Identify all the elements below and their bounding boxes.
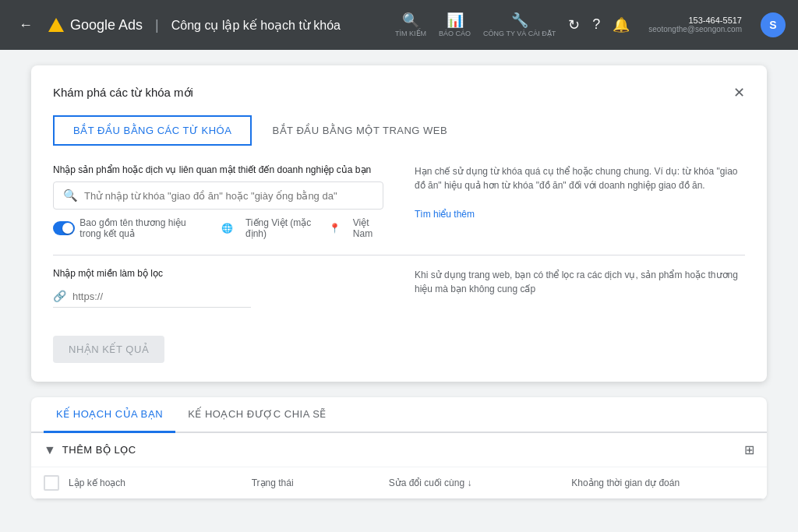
search-icon-group[interactable]: 🔍 TÌM KIẾM xyxy=(395,12,426,38)
table-header-row: Lập kế hoạch Trạng thái Sửa đổi cuối cùn… xyxy=(31,467,767,499)
col-header-plan: Lập kế hoạch xyxy=(69,477,252,488)
select-all-checkbox[interactable] xyxy=(44,475,59,491)
reports-icon-label: BÁO CÁO xyxy=(439,30,471,38)
keyword-search-icon: 🔍 xyxy=(63,188,78,203)
plans-table-section: KẾ HOẠCH CỦA BẠN KẾ HOẠCH ĐƯỢC CHIA SẼ ▼… xyxy=(31,397,767,499)
close-button[interactable]: ✕ xyxy=(733,84,745,101)
modal-header: Khám phá các từ khóa mới ✕ xyxy=(53,84,745,101)
form-divider xyxy=(53,255,745,255)
brand-name: Google Ads xyxy=(70,17,143,33)
reports-icon: 📊 xyxy=(447,12,464,29)
form-options: Bao gồm tên thương hiệu trong kết quả 🌐 … xyxy=(53,217,383,239)
language-label[interactable]: Tiếng Việt (mặc định) xyxy=(245,217,316,239)
help-icon[interactable]: ? xyxy=(592,16,600,33)
tools-icon: 🔧 xyxy=(511,12,528,29)
tab-website[interactable]: BẮT ĐẦU BẰNG MỘT TRANG WEB xyxy=(252,115,468,146)
keyword-planner-modal: Khám phá các từ khóa mới ✕ BẮT ĐẦU BẰNG … xyxy=(31,65,767,382)
form-right-hint: Hạn chế sử dụng từ khóa quá cụ thể hoặc … xyxy=(415,164,745,239)
table-toolbar: ▼ THÊM BỘ LỌC ⊞ xyxy=(31,433,767,467)
keyword-input-wrapper[interactable]: 🔍 xyxy=(53,181,383,210)
brand-toggle[interactable] xyxy=(53,221,75,235)
header-divider: | xyxy=(155,17,159,33)
account-info: 153-464-5517 seotongthe@seongon.com xyxy=(648,16,742,33)
tools-icon-label: CÔNG TY VÀ CÀI ĐẶT xyxy=(483,30,556,38)
language-icon: 🌐 xyxy=(221,223,233,234)
location-label[interactable]: Việt Nam xyxy=(353,217,383,239)
hint-text: Hạn chế sử dụng từ khóa quá cụ thể hoặc … xyxy=(415,164,745,192)
main-content: Khám phá các từ khóa mới ✕ BẮT ĐẦU BẰNG … xyxy=(0,50,798,515)
back-button[interactable]: ← xyxy=(12,14,39,37)
input-label: Nhập sản phẩm hoặc dịch vụ liên quan mật… xyxy=(53,164,383,175)
header-icons: 🔍 TÌM KIẾM 📊 BÁO CÁO 🔧 CÔNG TY VÀ CÀI ĐẶ… xyxy=(395,12,786,38)
domain-section: Nhập một miền làm bộ lọc 🔗 Khi sử dụng t… xyxy=(53,268,745,308)
domain-hint-text: Khi sử dụng trang web, bạn có thể lọc ra… xyxy=(415,268,745,296)
tab-my-plans[interactable]: KẾ HOẠCH CỦA BẠN xyxy=(44,397,175,433)
brand-toggle-wrapper[interactable]: Bao gồm tên thương hiệu trong kết quả xyxy=(53,217,209,239)
col-header-time: Khoảng thời gian dự đoán xyxy=(571,477,754,488)
search-icon: 🔍 xyxy=(402,12,419,29)
table-tabs: KẾ HOẠCH CỦA BẠN KẾ HOẠCH ĐƯỢC CHIA SẼ xyxy=(31,397,767,433)
domain-link-icon: 🔗 xyxy=(53,290,66,302)
domain-label: Nhập một miền làm bộ lọc xyxy=(53,268,383,279)
learn-more-link[interactable]: Tìm hiểu thêm xyxy=(415,209,475,220)
account-phone: 153-464-5517 xyxy=(688,16,742,25)
filter-label[interactable]: THÊM BỘ LỌC xyxy=(62,444,136,456)
tools-icon-group[interactable]: 🔧 CÔNG TY VÀ CÀI ĐẶT xyxy=(483,12,556,38)
search-icon-label: TÌM KIẾM xyxy=(395,30,426,38)
toggle-knob xyxy=(62,223,73,234)
col-header-status: Trạng thái xyxy=(252,477,389,488)
reports-icon-group[interactable]: 📊 BÁO CÁO xyxy=(439,12,471,38)
location-icon: 📍 xyxy=(329,223,341,234)
form-top-section: Nhập sản phẩm hoặc dịch vụ liên quan mật… xyxy=(53,164,745,239)
account-email: seotongthe@seongon.com xyxy=(648,25,742,33)
avatar[interactable]: S xyxy=(761,12,786,37)
page-title: Công cụ lập kế hoạch từ khóa xyxy=(171,18,341,33)
get-results-button[interactable]: NHẬN KẾT QUẢ xyxy=(53,336,164,363)
domain-form-left: Nhập một miền làm bộ lọc 🔗 xyxy=(53,268,383,308)
refresh-icon[interactable]: ↻ xyxy=(568,16,580,33)
tab-keywords[interactable]: BẮT ĐẦU BẰNG CÁC TỪ KHÓA xyxy=(53,115,252,146)
filter-icon: ▼ xyxy=(44,443,56,457)
app-header: ← Google Ads | Công cụ lập kế hoạch từ k… xyxy=(0,0,798,50)
google-ads-logo-icon xyxy=(48,18,64,32)
grid-view-icon[interactable]: ⊞ xyxy=(744,442,754,457)
domain-input-wrapper[interactable]: 🔗 xyxy=(53,285,251,308)
keyword-input[interactable] xyxy=(84,190,373,202)
logo: Google Ads xyxy=(48,17,143,33)
modal-tabs: BẮT ĐẦU BẰNG CÁC TỪ KHÓA BẮT ĐẦU BẰNG MỘ… xyxy=(53,115,745,146)
tab-shared-plans[interactable]: KẾ HOẠCH ĐƯỢC CHIA SẼ xyxy=(175,397,339,433)
modal-title: Khám phá các từ khóa mới xyxy=(53,86,193,100)
domain-hint-right: Khi sử dụng trang web, bạn có thể lọc ra… xyxy=(415,268,745,308)
col-header-modified[interactable]: Sửa đổi cuối cùng ↓ xyxy=(389,477,572,488)
bell-icon[interactable]: 🔔 xyxy=(613,16,630,33)
domain-input[interactable] xyxy=(72,291,203,302)
brand-toggle-label: Bao gồm tên thương hiệu trong kết quả xyxy=(79,217,209,239)
form-left: Nhập sản phẩm hoặc dịch vụ liên quan mật… xyxy=(53,164,383,239)
